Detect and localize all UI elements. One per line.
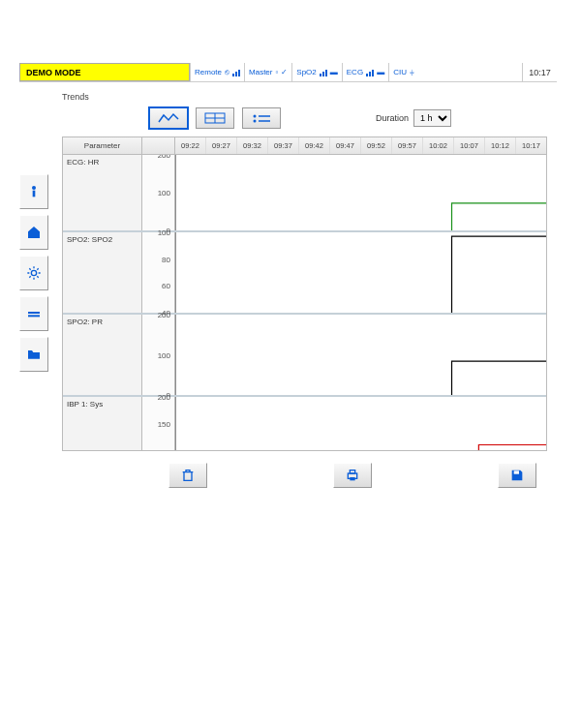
svg-rect-18 xyxy=(350,477,354,480)
svg-point-10 xyxy=(254,120,257,123)
plot-area[interactable] xyxy=(175,155,546,230)
svg-rect-1 xyxy=(33,191,36,197)
check-icon: ✓ xyxy=(281,68,288,76)
topbar: DEMO MODE Remote ⎋ Master ▫ ✓ SpO2 ▬ ECG… xyxy=(19,63,557,82)
chart-row: ECG: HR2001000 xyxy=(63,155,546,232)
scale-cell: 2001000 xyxy=(142,315,175,395)
trash-icon xyxy=(180,468,196,483)
view-list-button[interactable] xyxy=(242,107,281,129)
left-rail xyxy=(19,82,52,566)
list-icon xyxy=(251,112,272,124)
param-label: ECG: HR xyxy=(63,155,142,230)
time-tick: 09:37 xyxy=(268,137,299,154)
rail-patient-button[interactable] xyxy=(19,174,48,209)
time-tick: 10:17 xyxy=(516,137,546,154)
clock: 10:17 xyxy=(522,63,557,81)
print-icon xyxy=(345,468,360,483)
param-label: SPO2: PR xyxy=(63,315,142,395)
svg-rect-19 xyxy=(514,470,519,473)
time-tick: 09:52 xyxy=(361,137,392,154)
status-remote[interactable]: Remote ⎋ xyxy=(190,63,244,81)
scale-cell: 200150 xyxy=(142,397,175,450)
master-icon: ▫ xyxy=(275,68,278,76)
param-label: IBP 1: Sys xyxy=(63,397,142,450)
plug-icon: ⏚ xyxy=(410,68,414,76)
time-tick: 10:02 xyxy=(423,137,454,154)
time-tick: 09:47 xyxy=(330,137,361,154)
rail-home-button[interactable] xyxy=(19,215,48,250)
rail-folder-button[interactable] xyxy=(19,337,48,372)
battery-icon: ▬ xyxy=(330,68,338,76)
svg-point-2 xyxy=(31,270,36,275)
signal-icon xyxy=(232,69,240,76)
table-icon xyxy=(204,112,226,124)
folder-icon xyxy=(26,347,42,362)
trash-button[interactable] xyxy=(168,463,207,488)
plot-area[interactable] xyxy=(175,315,546,395)
status-master[interactable]: Master ▫ ✓ xyxy=(244,63,291,81)
status-ciu[interactable]: CIU ⏚ xyxy=(388,63,418,81)
status-ecg[interactable]: ECG ▬ xyxy=(342,63,388,81)
scale-cell: 100806040 xyxy=(142,232,175,313)
time-tick: 10:07 xyxy=(454,137,485,154)
rail-layout-button[interactable] xyxy=(19,296,48,331)
signal-icon xyxy=(320,69,327,76)
layout-icon xyxy=(26,306,42,321)
duration-select[interactable]: 1 h xyxy=(413,109,451,127)
graph-icon xyxy=(158,112,179,124)
svg-rect-4 xyxy=(28,315,40,317)
time-tick: 09:32 xyxy=(237,137,268,154)
svg-rect-17 xyxy=(350,470,354,473)
gear-icon xyxy=(26,265,42,281)
scale-cell: 2001000 xyxy=(142,155,175,230)
svg-point-0 xyxy=(32,186,36,190)
chart-row: SPO2: PR2001000 xyxy=(63,315,546,397)
save-button[interactable] xyxy=(498,463,536,488)
status-spo2[interactable]: SpO2 ▬ xyxy=(291,63,341,81)
chart-row: IBP 1: Sys200150 xyxy=(63,397,546,450)
home-icon xyxy=(26,225,42,240)
patient-icon xyxy=(26,184,42,199)
print-button[interactable] xyxy=(333,463,372,488)
plot-area[interactable] xyxy=(175,397,546,450)
time-tick: 09:57 xyxy=(392,137,423,154)
svg-rect-3 xyxy=(28,312,40,314)
param-header: Parameter xyxy=(63,137,142,154)
demo-mode-badge: DEMO MODE xyxy=(19,63,190,81)
duration-label: Duration xyxy=(376,113,409,123)
save-icon xyxy=(509,468,525,483)
chart-row: SPO2: SPO2100806040 xyxy=(63,232,546,315)
battery-icon: ▬ xyxy=(377,68,384,76)
view-graph-button[interactable] xyxy=(149,107,188,129)
view-table-button[interactable] xyxy=(196,107,234,129)
time-tick: 09:22 xyxy=(175,137,206,154)
svg-point-8 xyxy=(254,115,257,118)
link-icon: ⎋ xyxy=(225,68,229,76)
trend-chart: Parameter 09:2209:2709:3209:3709:4209:47… xyxy=(62,136,547,451)
signal-icon xyxy=(366,69,374,76)
time-tick: 10:12 xyxy=(485,137,516,154)
time-tick: 09:27 xyxy=(206,137,237,154)
param-label: SPO2: SPO2 xyxy=(63,232,142,313)
section-title: Trends xyxy=(62,92,547,102)
status-row: Remote ⎋ Master ▫ ✓ SpO2 ▬ ECG ▬ CIU xyxy=(190,63,522,81)
time-tick: 09:42 xyxy=(299,137,330,154)
plot-area[interactable] xyxy=(175,232,546,313)
rail-settings-button[interactable] xyxy=(19,256,48,290)
